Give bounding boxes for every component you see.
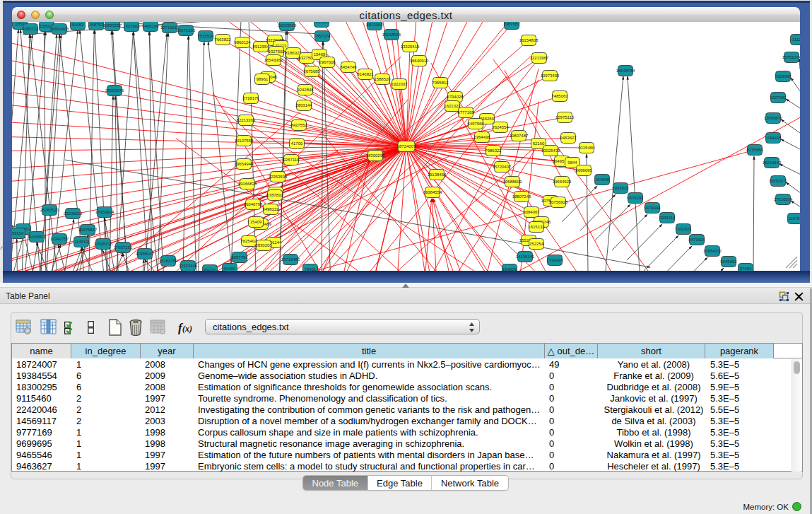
svg-text:2935114: 2935114 (659, 216, 676, 220)
svg-text:15751074: 15751074 (782, 55, 800, 59)
svg-text:9699695: 9699695 (575, 168, 592, 173)
svg-text:252254: 252254 (529, 242, 544, 246)
svg-text:16671355: 16671355 (177, 28, 196, 33)
svg-text:1621022: 1621022 (444, 104, 461, 108)
svg-text:94462: 94462 (72, 23, 84, 27)
svg-text:9146821: 9146821 (357, 72, 374, 76)
svg-text:10807487: 10807487 (510, 134, 529, 138)
svg-text:9657791: 9657791 (231, 255, 248, 259)
svg-text:16154808: 16154808 (519, 38, 539, 42)
svg-text:6933923: 6933923 (612, 186, 629, 190)
svg-text:15138454: 15138454 (428, 173, 447, 177)
svg-text:7857274: 7857274 (314, 34, 331, 38)
svg-text:9227342: 9227342 (770, 95, 787, 100)
svg-text:3267110: 3267110 (283, 158, 300, 162)
svg-text:2364436: 2364436 (473, 135, 490, 139)
svg-text:9463627: 9463627 (560, 136, 577, 140)
svg-text:2803144: 2803144 (295, 103, 312, 107)
svg-text:6466160: 6466160 (142, 24, 159, 28)
svg-text:1733426: 1733426 (546, 258, 563, 262)
svg-text:(x): (x) (182, 324, 192, 334)
svg-text:19166825: 19166825 (238, 182, 257, 186)
svg-text:8813054: 8813054 (366, 23, 383, 27)
svg-text:10654112: 10654112 (703, 249, 722, 253)
svg-text:9245652: 9245652 (720, 259, 737, 264)
svg-text:16648784: 16648784 (616, 69, 635, 73)
svg-text:15692971: 15692971 (769, 179, 788, 183)
svg-text:41700: 41700 (291, 141, 303, 146)
svg-text:6679197: 6679197 (627, 196, 644, 200)
svg-text:7485063: 7485063 (551, 94, 568, 98)
svg-text:16543362: 16543362 (264, 58, 283, 62)
svg-text:18807249: 18807249 (512, 194, 531, 199)
svg-text:62160: 62160 (533, 141, 545, 146)
svg-text:8215956: 8215956 (746, 148, 763, 152)
svg-text:7663822: 7663822 (214, 37, 231, 42)
svg-text:15723: 15723 (316, 22, 328, 24)
svg-text:19654923: 19654923 (553, 180, 572, 184)
svg-text:17957255: 17957255 (114, 245, 133, 250)
svg-text:116753: 116753 (788, 216, 800, 221)
svg-text:16782759: 16782759 (159, 259, 178, 263)
svg-text:3624554: 3624554 (492, 125, 509, 129)
svg-text:10107553: 10107553 (235, 139, 254, 143)
svg-text:6794028: 6794028 (447, 95, 464, 99)
svg-text:5787832: 5787832 (266, 193, 283, 197)
svg-text:16210643: 16210643 (763, 160, 782, 165)
svg-text:10973493: 10973493 (541, 74, 560, 78)
svg-text:11156829: 11156829 (28, 235, 46, 239)
svg-text:16033809: 16033809 (278, 23, 297, 28)
svg-text:6497568: 6497568 (467, 122, 484, 126)
svg-text:6322037: 6322037 (391, 82, 408, 86)
svg-text:13325419: 13325419 (401, 45, 420, 49)
svg-text:15720407: 15720407 (493, 165, 512, 169)
svg-text:14136141: 14136141 (516, 255, 535, 259)
svg-text:20053346: 20053346 (105, 88, 124, 93)
svg-text:18724007: 18724007 (397, 144, 416, 148)
svg-text:16640910: 16640910 (410, 59, 429, 63)
svg-text:9327502: 9327502 (268, 49, 285, 54)
svg-text:10853257: 10853257 (103, 23, 122, 28)
svg-text:8454749: 8454749 (340, 65, 357, 69)
svg-text:20891406: 20891406 (50, 27, 69, 31)
svg-text:12213363: 12213363 (237, 118, 256, 122)
svg-text:20206556: 20206556 (64, 211, 83, 216)
svg-text:39154: 39154 (12, 231, 24, 235)
svg-text:10756928: 10756928 (549, 200, 568, 204)
svg-text:9242848: 9242848 (297, 88, 314, 92)
svg-text:1588520: 1588520 (374, 77, 391, 81)
svg-text:7955812: 7955812 (432, 81, 449, 85)
svg-text:7515526: 7515526 (197, 34, 214, 38)
svg-text:2967608: 2967608 (319, 60, 336, 64)
svg-text:8427552: 8427552 (290, 123, 307, 127)
svg-text:12353594: 12353594 (269, 175, 288, 179)
svg-text:15716485: 15716485 (281, 257, 300, 262)
svg-text:168753: 168753 (89, 23, 104, 27)
svg-text:9329966: 9329966 (775, 74, 792, 78)
svg-text:9115460: 9115460 (579, 146, 596, 150)
svg-text:30975867: 30975867 (78, 228, 98, 232)
svg-text:3675685: 3675685 (303, 69, 320, 74)
svg-text:114519: 114519 (74, 240, 88, 244)
svg-text:8471626: 8471626 (688, 238, 705, 242)
svg-text:19384554: 19384554 (423, 190, 442, 194)
svg-text:19654944: 19654944 (235, 162, 254, 166)
svg-text:9860124: 9860124 (234, 40, 251, 45)
svg-text:19218506: 19218506 (382, 33, 401, 37)
svg-text:10688609: 10688609 (503, 180, 522, 184)
svg-text:9844: 9844 (567, 160, 577, 165)
svg-text:11958107: 11958107 (136, 252, 155, 256)
svg-text:3498222: 3498222 (262, 207, 279, 211)
svg-text:9084067: 9084067 (523, 210, 540, 214)
svg-text:16046798: 16046798 (244, 202, 263, 206)
svg-text:12505135: 12505135 (94, 242, 113, 246)
svg-text:15468: 15468 (314, 52, 326, 57)
svg-text:17016504: 17016504 (774, 197, 793, 201)
svg-text:7632621: 7632621 (675, 227, 692, 231)
svg-text:17359924: 17359924 (95, 210, 114, 214)
svg-text:12342757: 12342757 (50, 237, 69, 241)
svg-text:2087682: 2087682 (503, 22, 520, 26)
svg-text:98961: 98961 (257, 77, 269, 81)
svg-text:4055712: 4055712 (22, 27, 39, 31)
svg-text:12213967: 12213967 (530, 56, 549, 60)
